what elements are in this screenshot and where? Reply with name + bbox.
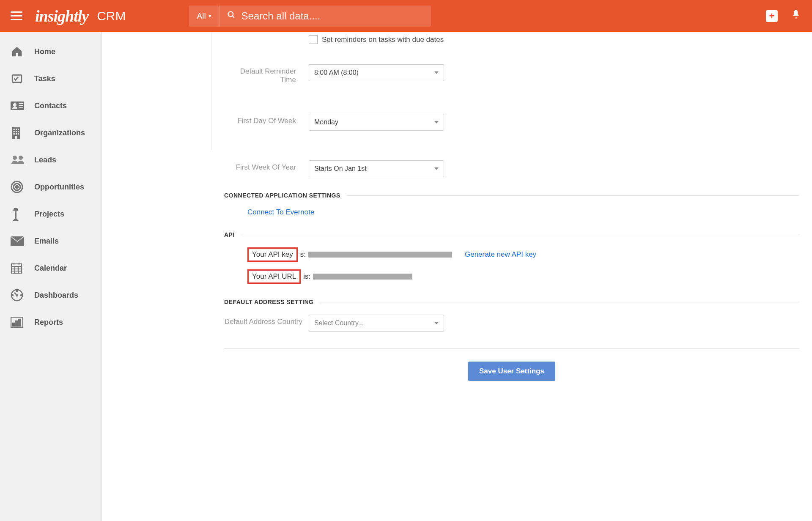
sidebar-item-label: Opportunities [34,183,84,192]
search-box [219,10,431,22]
sidebar-item-label: Projects [34,210,64,219]
svg-point-0 [228,12,233,17]
sidebar-item-label: Emails [34,237,59,246]
generate-api-key-link[interactable]: Generate new API key [465,250,536,259]
svg-rect-6 [19,105,23,106]
api-key-is: s: [300,250,306,259]
svg-rect-14 [18,131,19,132]
product-label: CRM [97,9,126,23]
svg-rect-40 [13,323,14,326]
opportunities-icon [11,181,27,193]
default-reminder-select[interactable]: 8:00 AM (8:00) [309,64,444,81]
reminder-checkbox[interactable] [309,35,318,44]
svg-rect-11 [18,129,19,130]
sidebar-item-calendar[interactable]: Calendar [0,255,101,282]
svg-rect-42 [19,319,20,326]
first-day-row: First Day Of Week Monday [224,114,799,131]
api-section-header: API [224,231,799,238]
svg-point-35 [16,294,18,296]
add-icon[interactable]: + [766,10,778,22]
connected-section-header: CONNECTED APPLICATION SETTINGS [224,192,799,199]
sidebar-item-home[interactable]: Home [0,38,101,65]
sidebar-item-label: Calendar [34,264,67,273]
save-button[interactable]: Save User Settings [468,362,555,381]
api-key-row: Your API key s: Generate new API key [247,247,799,262]
tasks-icon [11,73,27,85]
search-input[interactable] [241,10,423,22]
svg-rect-7 [19,107,23,108]
reminder-checkbox-label: Set reminders on tasks with due dates [322,36,444,44]
svg-rect-18 [15,136,17,139]
content-main: Set reminders on tasks with due dates De… [211,32,812,521]
svg-rect-12 [14,131,15,132]
svg-point-4 [13,103,16,107]
search-icon [227,11,236,21]
hamburger-menu-icon[interactable] [11,10,22,22]
sidebar-item-dashboards[interactable]: Dashboards [0,282,101,309]
emails-icon [11,235,27,247]
sidebar-item-label: Contacts [34,101,67,110]
svg-rect-9 [14,129,15,130]
header-right: + [766,9,801,23]
sidebar-item-reports[interactable]: Reports [0,309,101,336]
first-day-select[interactable]: Monday [309,114,444,131]
api-key-value-redacted [308,252,452,258]
notifications-icon[interactable] [790,9,801,23]
first-day-label: First Day Of Week [224,114,309,125]
search-filter-dropdown[interactable]: All [189,5,219,27]
reports-icon [11,316,27,328]
api-url-value-redacted [313,274,412,280]
default-reminder-row: Default Reminder Time 8:00 AM (8:00) [224,64,799,84]
svg-point-37 [21,295,22,296]
default-address-section-header: DEFAULT ADDRESS SETTING [224,299,799,305]
svg-rect-5 [19,103,23,104]
svg-rect-17 [18,133,19,134]
default-address-label: Default Address Country [224,315,309,326]
leads-icon [11,154,27,166]
dashboards-icon [11,289,27,301]
api-url-label: Your API URL [247,269,301,284]
default-address-select[interactable]: Select Country... [309,315,444,332]
organizations-icon [11,127,27,139]
svg-line-1 [232,16,234,18]
sidebar-item-emails[interactable]: Emails [0,228,101,255]
sidebar-item-label: Home [34,47,55,56]
sidebar-item-leads[interactable]: Leads [0,146,101,173]
search-container: All [189,5,431,27]
first-week-row: First Week Of Year Starts On Jan 1st [224,160,799,177]
svg-rect-16 [16,133,17,134]
projects-icon [11,208,27,220]
top-header: insightly CRM All + [0,0,812,32]
svg-point-38 [12,295,13,296]
sidebar-item-organizations[interactable]: Organizations [0,119,101,146]
svg-point-23 [16,186,18,188]
content-area: Set reminders on tasks with due dates De… [102,32,812,521]
app-logo: insightly [35,7,88,25]
sidebar-item-label: Leads [34,156,56,165]
api-key-label: Your API key [247,247,298,262]
contacts-icon [11,100,27,112]
calendar-icon [11,262,27,274]
svg-point-20 [19,156,23,160]
default-address-row: Default Address Country Select Country..… [224,315,799,332]
svg-point-19 [13,156,17,160]
home-icon [11,46,27,58]
sidebar-item-label: Tasks [34,74,55,83]
separator [224,348,799,349]
sidebar-item-label: Reports [34,318,63,327]
default-reminder-label: Default Reminder Time [224,64,309,84]
svg-point-36 [16,291,17,291]
content-left-panel [102,32,211,150]
sidebar-item-opportunities[interactable]: Opportunities [0,173,101,200]
main-container: Home Tasks Contacts Organizations Leads [0,32,812,521]
sidebar-item-tasks[interactable]: Tasks [0,65,101,92]
svg-rect-41 [16,321,17,326]
sidebar-item-contacts[interactable]: Contacts [0,92,101,119]
first-week-label: First Week Of Year [224,160,309,172]
svg-rect-15 [14,133,15,134]
svg-rect-10 [16,129,17,130]
evernote-link[interactable]: Connect To Evernote [247,208,799,217]
sidebar-item-projects[interactable]: Projects [0,200,101,228]
first-week-select[interactable]: Starts On Jan 1st [309,160,444,177]
sidebar-item-label: Dashboards [34,291,78,300]
